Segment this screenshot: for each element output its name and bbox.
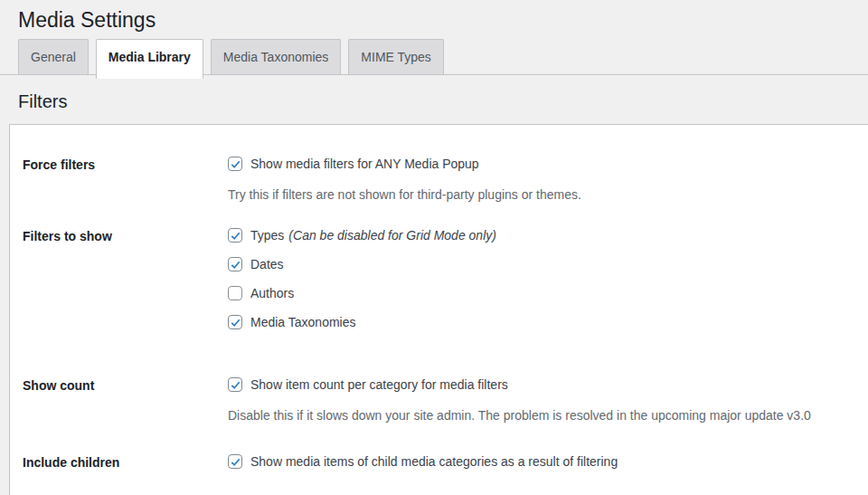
- page-title: Media Settings: [0, 0, 868, 33]
- setting-label: Show count: [23, 376, 228, 424]
- setting-row-include-children: Include children Show media items of chi…: [10, 424, 868, 472]
- checkbox[interactable]: [228, 454, 242, 469]
- checkbox-note: (Can be disabled for Grid Mode only): [288, 226, 496, 245]
- checkbox-label: Authors: [250, 284, 294, 303]
- setting-row-show-count: Show count Show item count per category …: [10, 332, 868, 424]
- checkbox[interactable]: [228, 228, 242, 243]
- checkbox-option-types[interactable]: Types (Can be disabled for Grid Mode onl…: [228, 226, 859, 245]
- checkbox-label: Media Taxonomies: [250, 313, 355, 332]
- checkbox[interactable]: [228, 377, 242, 392]
- checkmark-icon: [230, 379, 241, 391]
- setting-content: Show item count per category for media f…: [228, 376, 859, 424]
- tab-mime-types[interactable]: MIME Types: [348, 39, 444, 74]
- checkbox-label: Show media filters for ANY Media Popup: [250, 155, 479, 174]
- checkbox-option-force-filters[interactable]: Show media filters for ANY Media Popup: [228, 155, 859, 174]
- checkmark-icon: [230, 317, 241, 328]
- checkbox-label: Dates: [250, 255, 284, 274]
- setting-label: Filters to show: [23, 226, 228, 332]
- checkmark-icon: [230, 230, 241, 242]
- section-heading: Filters: [0, 75, 868, 124]
- setting-label: Include children: [23, 452, 228, 472]
- checkbox-label: Show media items of child media categori…: [250, 452, 618, 471]
- setting-label: Force filters: [23, 155, 228, 204]
- media-settings-page: Media Settings General Media Library Med…: [0, 0, 868, 495]
- checkbox-option-authors[interactable]: Authors: [228, 284, 859, 303]
- checkmark-icon: [230, 456, 241, 468]
- tab-media-library[interactable]: Media Library: [96, 39, 203, 79]
- setting-row-filters-to-show: Filters to show Types (Can be disabled f…: [10, 204, 868, 332]
- checkmark-icon: [230, 158, 241, 170]
- checkbox[interactable]: [228, 315, 242, 329]
- setting-content: Show media items of child media categori…: [228, 452, 859, 472]
- checkbox[interactable]: [228, 286, 242, 300]
- checkbox[interactable]: [228, 157, 242, 171]
- checkmark-icon: [230, 259, 241, 271]
- setting-description: Try this if filters are not shown for th…: [228, 186, 859, 204]
- setting-content: Show media filters for ANY Media Popup T…: [228, 155, 859, 204]
- setting-content: Types (Can be disabled for Grid Mode onl…: [228, 226, 859, 332]
- tab-general[interactable]: General: [18, 39, 89, 74]
- filters-panel: Force filters Show media filters for ANY…: [9, 124, 868, 495]
- checkbox-option-include-children[interactable]: Show media items of child media categori…: [228, 452, 859, 471]
- settings-tabs: General Media Library Media Taxonomies M…: [0, 33, 868, 75]
- setting-description: Disable this if it slows down your site …: [228, 406, 859, 424]
- checkbox-label: Show item count per category for media f…: [250, 376, 508, 395]
- tab-media-taxonomies[interactable]: Media Taxonomies: [211, 39, 341, 74]
- checkbox-option-media-taxonomies[interactable]: Media Taxonomies: [228, 313, 859, 332]
- checkbox[interactable]: [228, 257, 242, 271]
- checkbox-option-show-count[interactable]: Show item count per category for media f…: [228, 376, 859, 395]
- checkbox-option-dates[interactable]: Dates: [228, 255, 859, 274]
- setting-row-force-filters: Force filters Show media filters for ANY…: [10, 125, 868, 204]
- checkbox-label: Types: [250, 226, 284, 245]
